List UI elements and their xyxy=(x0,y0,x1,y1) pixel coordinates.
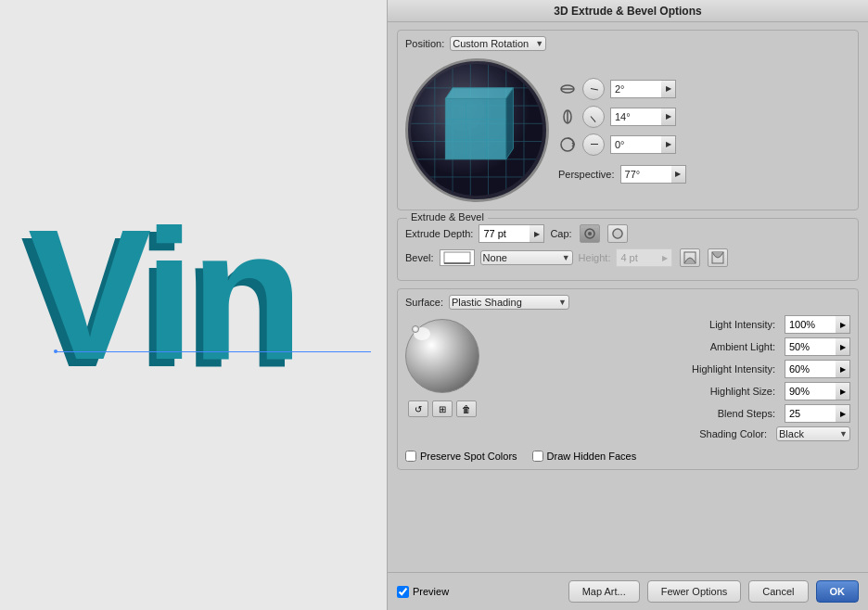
rotation-area: ▶ ▶ xyxy=(405,58,850,202)
highlight-intensity-row: Highlight Intensity: ▶ xyxy=(487,360,850,378)
y-angle-dial[interactable] xyxy=(582,106,605,128)
y-rotation-icon xyxy=(558,108,577,126)
extrude-depth-input-group: ▶ xyxy=(479,224,544,243)
vin-text: Vin xyxy=(28,202,300,388)
bevel-inside-btn[interactable] xyxy=(708,248,728,267)
checkbox-row: Preserve Spot Colors Draw Hidden Faces xyxy=(405,451,850,462)
highlight-size-row: Highlight Size: ▶ xyxy=(487,382,850,400)
perspective-label: Perspective: xyxy=(558,169,615,180)
draw-hidden-item: Draw Hidden Faces xyxy=(532,451,637,462)
y-angle-input-group: ▶ xyxy=(610,108,676,126)
cap-button-round[interactable] xyxy=(580,224,600,243)
preserve-spot-checkbox[interactable] xyxy=(405,451,416,462)
x-rotation-row: ▶ xyxy=(558,78,850,100)
highlight-intensity-arrow[interactable]: ▶ xyxy=(836,360,850,378)
light-indicator xyxy=(412,325,419,333)
add-light-btn[interactable]: ↺ xyxy=(408,400,428,417)
sphere-svg xyxy=(408,61,546,199)
perspective-input[interactable] xyxy=(620,165,671,184)
ok-button[interactable]: OK xyxy=(816,580,860,603)
z-rotation-icon xyxy=(558,135,577,154)
z-angle-input[interactable] xyxy=(610,135,661,154)
draw-hidden-checkbox[interactable] xyxy=(532,451,543,462)
position-select-wrapper[interactable]: Custom Rotation Front Back Left Right To… xyxy=(450,36,546,51)
rotation-sphere[interactable] xyxy=(405,58,549,202)
light-intensity-input[interactable] xyxy=(785,315,836,334)
delete-light-btn[interactable]: 🗑 xyxy=(456,400,477,417)
y-angle-arrow[interactable]: ▶ xyxy=(661,108,676,126)
preview-label: Preview xyxy=(413,586,449,597)
cap-label: Cap: xyxy=(550,228,571,239)
light-intensity-input-group: ▶ xyxy=(785,315,850,334)
bevel-select-wrapper[interactable]: None Classic Concave ▼ xyxy=(480,250,573,265)
blend-steps-label: Blend Steps: xyxy=(487,408,775,419)
height-input-group: ▶ xyxy=(616,248,672,267)
bevel-outside-btn[interactable] xyxy=(680,248,700,267)
svg-rect-30 xyxy=(444,252,470,263)
map-art-button[interactable]: Map Art... xyxy=(568,580,640,603)
highlight-size-input-group: ▶ xyxy=(785,382,850,400)
height-label: Height: xyxy=(579,252,611,263)
preserve-spot-label: Preserve Spot Colors xyxy=(420,451,517,462)
surface-content-row: ↺ ⊞ 🗑 Light Intensity: ▶ Ambient Lig xyxy=(405,315,850,445)
light-intensity-arrow[interactable]: ▶ xyxy=(836,315,850,334)
ambient-light-input-group: ▶ xyxy=(785,337,850,356)
z-angle-input-group: ▶ xyxy=(610,135,676,154)
canvas-dot xyxy=(54,349,57,353)
y-rotation-row: ▶ xyxy=(558,106,850,128)
ambient-light-arrow[interactable]: ▶ xyxy=(836,337,850,356)
preview-checkbox[interactable] xyxy=(397,586,409,598)
svg-marker-16 xyxy=(506,88,514,159)
canvas-guideline xyxy=(56,351,371,352)
svg-point-29 xyxy=(613,229,622,238)
extrude-section: Extrude & Bevel Extrude Depth: ▶ Cap: xyxy=(397,218,859,281)
highlight-intensity-input[interactable] xyxy=(785,360,836,378)
x-angle-dial[interactable] xyxy=(582,78,605,100)
position-select[interactable]: Custom Rotation Front Back Left Right To… xyxy=(450,36,546,51)
surface-section: Surface: Plastic Shading No Shading Diff… xyxy=(397,288,859,470)
svg-rect-14 xyxy=(445,98,505,159)
duplicate-light-btn[interactable]: ⊞ xyxy=(432,400,453,417)
perspective-input-group: ▶ xyxy=(620,165,686,184)
x-angle-input-group: ▶ xyxy=(610,80,676,98)
surface-select-wrapper[interactable]: Plastic Shading No Shading Diffuse Shadi… xyxy=(449,295,569,310)
highlight-intensity-label: Highlight Intensity: xyxy=(487,363,775,375)
bevel-select[interactable]: None Classic Concave xyxy=(480,250,573,265)
ambient-light-row: Ambient Light: ▶ xyxy=(487,337,850,356)
shading-color-select-wrapper[interactable]: Black White Custom ▼ xyxy=(776,426,850,441)
z-angle-dial[interactable] xyxy=(582,133,605,156)
x-rotation-icon xyxy=(558,80,577,98)
dialog-title: 3D Extrude & Bevel Options xyxy=(388,0,868,22)
shading-color-select[interactable]: Black White Custom xyxy=(776,426,850,441)
cap-button-flat[interactable] xyxy=(607,224,628,243)
highlight-size-arrow[interactable]: ▶ xyxy=(836,382,850,400)
blend-steps-row: Blend Steps: ▶ xyxy=(487,404,850,423)
blend-steps-arrow[interactable]: ▶ xyxy=(836,404,850,423)
angle-controls: ▶ ▶ xyxy=(558,78,850,184)
x-angle-input[interactable] xyxy=(610,80,661,98)
shading-color-row: Shading Color: Black White Custom ▼ xyxy=(487,426,850,441)
surface-left-panel: ↺ ⊞ 🗑 xyxy=(405,315,479,417)
ambient-light-input[interactable] xyxy=(785,337,836,356)
fewer-options-button[interactable]: Fewer Options xyxy=(647,580,742,603)
surface-select[interactable]: Plastic Shading No Shading Diffuse Shadi… xyxy=(449,295,569,310)
highlight-intensity-input-group: ▶ xyxy=(785,360,850,378)
highlight-size-input[interactable] xyxy=(785,382,836,400)
blend-steps-input[interactable] xyxy=(785,404,836,423)
light-intensity-row: Light Intensity: ▶ xyxy=(487,315,850,334)
height-input xyxy=(616,248,657,267)
extrude-depth-arrow[interactable]: ▶ xyxy=(530,224,544,243)
position-section: Position: Custom Rotation Front Back Lef… xyxy=(397,30,859,210)
extrude-depth-input[interactable] xyxy=(479,224,530,243)
x-angle-arrow[interactable]: ▶ xyxy=(661,80,676,98)
svg-marker-15 xyxy=(445,88,513,99)
bevel-label: Bevel: xyxy=(405,252,434,263)
y-angle-input[interactable] xyxy=(610,108,661,126)
surface-sphere-preview xyxy=(405,319,479,393)
perspective-arrow[interactable]: ▶ xyxy=(671,165,686,184)
dialog-panel: 3D Extrude & Bevel Options Position: Cus… xyxy=(388,0,868,610)
z-angle-arrow[interactable]: ▶ xyxy=(661,135,676,154)
position-label: Position: xyxy=(405,38,444,49)
extrude-depth-label: Extrude Depth: xyxy=(405,228,473,239)
cancel-button[interactable]: Cancel xyxy=(748,580,808,603)
